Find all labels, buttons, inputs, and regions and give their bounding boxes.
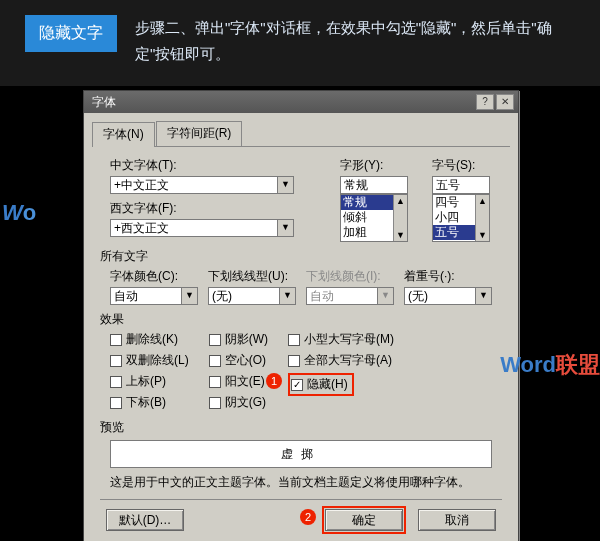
scrollbar[interactable]: ▲▼ <box>393 195 407 241</box>
chevron-down-icon: ▼ <box>378 287 394 305</box>
hidden-highlight: ✓隐藏(H) <box>288 373 354 396</box>
tab-spacing[interactable]: 字符间距(R) <box>156 121 243 146</box>
cn-font-combo[interactable]: ▼ <box>110 176 326 194</box>
emphasis-label: 着重号(·): <box>404 268 494 285</box>
arrow-up-icon[interactable]: ▲ <box>476 195 489 207</box>
preview-box: 虚掷 <box>110 440 492 468</box>
size-listbox[interactable]: 四号 小四 五号 ▲▼ <box>432 194 490 242</box>
ok-highlight: 确定 <box>322 506 406 534</box>
style-label: 字形(Y): <box>340 157 418 174</box>
lat-font-input[interactable] <box>110 219 278 237</box>
chk-allcaps[interactable]: 全部大写字母(A) <box>288 352 394 369</box>
chk-dstrike[interactable]: 双删除线(L) <box>110 352 189 369</box>
lat-font-combo[interactable]: ▼ <box>110 219 326 237</box>
chevron-down-icon[interactable]: ▼ <box>182 287 198 305</box>
ulcolor-combo: ▼ <box>306 287 396 305</box>
dialog-titlebar[interactable]: 字体 ? ✕ <box>84 91 518 113</box>
emphasis-input[interactable] <box>404 287 476 305</box>
preview-label: 预览 <box>100 419 502 436</box>
underline-combo[interactable]: ▼ <box>208 287 298 305</box>
effects-label: 效果 <box>100 311 502 328</box>
chk-super[interactable]: 上标(P) <box>110 373 189 390</box>
default-button[interactable]: 默认(D)… <box>106 509 184 531</box>
arrow-down-icon[interactable]: ▼ <box>394 229 407 241</box>
dialog-title: 字体 <box>92 94 116 111</box>
chevron-down-icon[interactable]: ▼ <box>278 176 294 194</box>
color-combo[interactable]: ▼ <box>110 287 200 305</box>
chk-emboss[interactable]: 阳文(E) <box>209 373 268 390</box>
scrollbar[interactable]: ▲▼ <box>475 195 489 241</box>
chk-sub[interactable]: 下标(B) <box>110 394 189 411</box>
chk-outline[interactable]: 空心(O) <box>209 352 268 369</box>
style-input[interactable] <box>340 176 408 194</box>
style-listbox[interactable]: 常规 倾斜 加粗 ▲▼ <box>340 194 408 242</box>
alltext-label: 所有文字 <box>100 248 502 265</box>
chevron-down-icon[interactable]: ▼ <box>280 287 296 305</box>
watermark-left: Wo <box>2 200 36 226</box>
chk-hidden[interactable]: ✓隐藏(H) <box>291 376 348 393</box>
step-instruction: 步骤二、弹出"字体"对话框，在效果中勾选"隐藏"，然后单击"确定"按钮即可。 <box>135 15 575 66</box>
check-icon[interactable]: ✓ <box>291 379 303 391</box>
tab-row: 字体(N) 字符间距(R) <box>92 121 510 147</box>
chk-strike[interactable]: 删除线(K) <box>110 331 189 348</box>
chk-smallcaps[interactable]: 小型大写字母(M) <box>288 331 394 348</box>
underline-input[interactable] <box>208 287 280 305</box>
lat-font-label: 西文字体(F): <box>110 200 326 217</box>
size-input[interactable] <box>432 176 490 194</box>
color-input[interactable] <box>110 287 182 305</box>
preview-note: 这是用于中文的正文主题字体。当前文档主题定义将使用哪种字体。 <box>110 474 492 491</box>
ulcolor-label: 下划线颜色(I): <box>306 268 396 285</box>
cancel-button[interactable]: 取消 <box>418 509 496 531</box>
size-label: 字号(S): <box>432 157 502 174</box>
chk-shadow[interactable]: 阴影(W) <box>209 331 268 348</box>
ok-button[interactable]: 确定 <box>325 509 403 531</box>
step-badge: 隐藏文字 <box>25 15 117 52</box>
emphasis-combo[interactable]: ▼ <box>404 287 494 305</box>
watermark-right: Word联盟 <box>500 350 600 380</box>
color-label: 字体颜色(C): <box>110 268 200 285</box>
cn-font-label: 中文字体(T): <box>110 157 326 174</box>
callout-1: 1 <box>266 373 282 389</box>
cn-font-input[interactable] <box>110 176 278 194</box>
tutorial-header: 隐藏文字 步骤二、弹出"字体"对话框，在效果中勾选"隐藏"，然后单击"确定"按钮… <box>0 0 600 86</box>
chevron-down-icon[interactable]: ▼ <box>278 219 294 237</box>
tab-font[interactable]: 字体(N) <box>92 122 155 147</box>
callout-2: 2 <box>300 509 316 525</box>
arrow-up-icon[interactable]: ▲ <box>394 195 407 207</box>
close-icon[interactable]: ✕ <box>496 94 514 110</box>
chk-engrave[interactable]: 阴文(G) <box>209 394 268 411</box>
ulcolor-input <box>306 287 378 305</box>
chevron-down-icon[interactable]: ▼ <box>476 287 492 305</box>
underline-label: 下划线线型(U): <box>208 268 298 285</box>
arrow-down-icon[interactable]: ▼ <box>476 229 489 241</box>
help-icon[interactable]: ? <box>476 94 494 110</box>
font-dialog: 字体 ? ✕ 字体(N) 字符间距(R) 中文字体(T): ▼ 西文字体(F): <box>83 90 519 541</box>
